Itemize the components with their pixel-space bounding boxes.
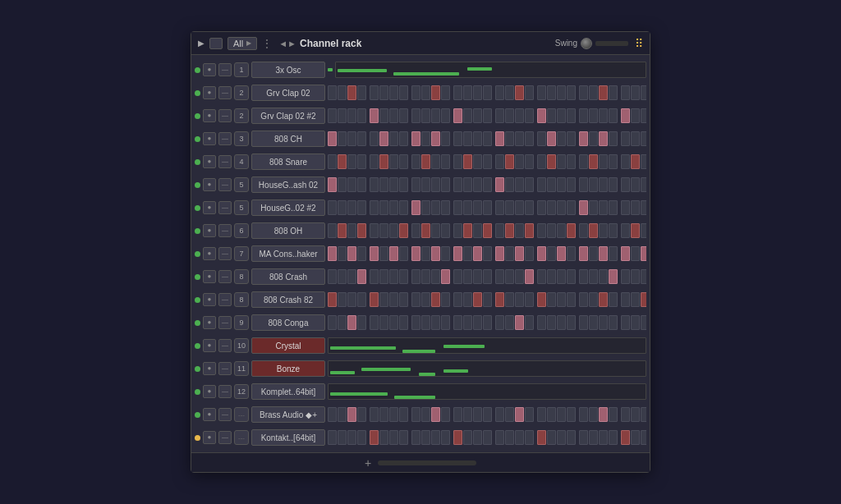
solo-button[interactable]: — — [218, 155, 232, 168]
beat-button[interactable] — [463, 131, 472, 146]
beat-button[interactable] — [641, 315, 646, 330]
beat-button[interactable] — [537, 200, 546, 215]
channel-active-dot[interactable] — [195, 274, 200, 280]
beat-button[interactable] — [483, 430, 492, 445]
beat-button[interactable] — [525, 292, 534, 307]
beat-button[interactable] — [641, 223, 646, 238]
channel-active-dot[interactable] — [195, 136, 200, 142]
beat-button[interactable] — [347, 223, 356, 238]
solo-button[interactable]: — — [218, 270, 232, 283]
beat-button[interactable] — [525, 223, 534, 238]
beat-button[interactable] — [537, 131, 546, 146]
beat-button[interactable] — [609, 246, 618, 261]
beat-button[interactable] — [357, 131, 366, 146]
channel-active-dot[interactable] — [195, 159, 200, 165]
beat-button[interactable] — [441, 131, 450, 146]
channel-name-button[interactable]: 3x Osc — [251, 62, 325, 78]
beat-button[interactable] — [379, 200, 388, 215]
channel-active-dot[interactable] — [195, 67, 200, 73]
mute-button[interactable]: ● — [203, 86, 216, 99]
beat-button[interactable] — [463, 246, 472, 261]
beat-button[interactable] — [379, 246, 388, 261]
beat-button[interactable] — [505, 269, 514, 284]
beat-button[interactable] — [338, 85, 347, 100]
beat-button[interactable] — [609, 108, 618, 123]
beat-button[interactable] — [495, 269, 504, 284]
beat-button[interactable] — [621, 200, 630, 215]
channel-active-dot[interactable] — [195, 113, 200, 119]
beat-button[interactable] — [609, 85, 618, 100]
beat-button[interactable] — [483, 246, 492, 261]
beat-button[interactable] — [357, 246, 366, 261]
beat-button[interactable] — [547, 108, 556, 123]
beat-button[interactable] — [357, 108, 366, 123]
beat-button[interactable] — [347, 200, 356, 215]
beat-button[interactable] — [537, 407, 546, 422]
beat-button[interactable] — [589, 131, 598, 146]
mute-button[interactable]: ● — [203, 431, 216, 444]
beat-button[interactable] — [557, 407, 566, 422]
channel-active-dot[interactable] — [195, 182, 200, 188]
beat-button[interactable] — [641, 246, 646, 261]
beat-button[interactable] — [379, 292, 388, 307]
beat-button[interactable] — [579, 430, 588, 445]
beat-button[interactable] — [621, 131, 630, 146]
channel-active-dot[interactable] — [195, 320, 200, 326]
beat-button[interactable] — [631, 131, 640, 146]
beat-button[interactable] — [463, 315, 472, 330]
beat-button[interactable] — [537, 315, 546, 330]
beat-button[interactable] — [547, 200, 556, 215]
beat-button[interactable] — [399, 223, 408, 238]
beat-button[interactable] — [567, 315, 576, 330]
beat-button[interactable] — [525, 200, 534, 215]
beat-button[interactable] — [347, 315, 356, 330]
beat-button[interactable] — [421, 223, 430, 238]
beat-button[interactable] — [525, 315, 534, 330]
beat-button[interactable] — [399, 407, 408, 422]
channel-name-button[interactable]: Bonze — [251, 360, 325, 377]
channel-name-button[interactable]: Komplet..64bit] — [251, 383, 325, 400]
beat-button[interactable] — [557, 108, 566, 123]
beat-button[interactable] — [515, 246, 524, 261]
beat-button[interactable] — [389, 269, 398, 284]
beat-button[interactable] — [389, 407, 398, 422]
beat-button[interactable] — [641, 108, 646, 123]
solo-button[interactable]: — — [218, 109, 232, 122]
beat-button[interactable] — [389, 200, 398, 215]
beat-button[interactable] — [537, 177, 546, 192]
beat-button[interactable] — [547, 292, 556, 307]
beat-button[interactable] — [463, 108, 472, 123]
beat-button[interactable] — [411, 108, 420, 123]
beat-button[interactable] — [421, 246, 430, 261]
beat-button[interactable] — [441, 407, 450, 422]
beat-button[interactable] — [505, 154, 514, 169]
mute-button[interactable]: ● — [203, 132, 216, 145]
beat-button[interactable] — [621, 246, 630, 261]
beat-button[interactable] — [641, 131, 646, 146]
beat-button[interactable] — [505, 246, 514, 261]
beat-button[interactable] — [579, 223, 588, 238]
beat-button[interactable] — [525, 430, 534, 445]
beat-button[interactable] — [609, 223, 618, 238]
beat-button[interactable] — [411, 292, 420, 307]
beat-button[interactable] — [389, 108, 398, 123]
solo-button[interactable]: — — [218, 293, 232, 306]
beat-button[interactable] — [609, 292, 618, 307]
beat-button[interactable] — [328, 154, 337, 169]
beat-button[interactable] — [515, 108, 524, 123]
beat-button[interactable] — [483, 315, 492, 330]
beat-button[interactable] — [399, 131, 408, 146]
beat-button[interactable] — [547, 131, 556, 146]
play-button[interactable]: ▶ — [198, 39, 205, 48]
beat-button[interactable] — [495, 223, 504, 238]
beat-button[interactable] — [589, 269, 598, 284]
beat-button[interactable] — [599, 315, 608, 330]
beat-button[interactable] — [631, 177, 640, 192]
channel-active-dot[interactable] — [195, 343, 200, 349]
beat-button[interactable] — [557, 246, 566, 261]
beat-button[interactable] — [483, 269, 492, 284]
beat-button[interactable] — [557, 269, 566, 284]
beat-button[interactable] — [473, 315, 482, 330]
beat-button[interactable] — [328, 177, 337, 192]
channel-active-dot[interactable] — [195, 366, 200, 372]
